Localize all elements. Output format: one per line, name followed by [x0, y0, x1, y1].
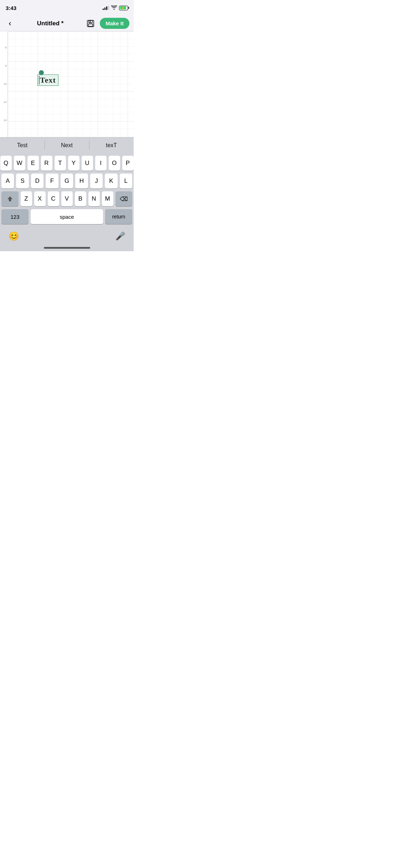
- keyboard-row-2: A S D F G H J K L: [1, 174, 132, 188]
- key-e[interactable]: E: [27, 156, 39, 171]
- battery-icon: ⚡: [119, 6, 128, 10]
- shift-icon: [7, 196, 13, 202]
- keyboard-row-4: 123 space return: [1, 209, 132, 224]
- key-return[interactable]: return: [105, 209, 132, 224]
- nav-actions: Make It: [85, 18, 129, 29]
- canvas-text-display: Text: [40, 76, 56, 84]
- key-k[interactable]: K: [105, 174, 117, 188]
- key-n[interactable]: N: [88, 191, 100, 206]
- key-g[interactable]: G: [61, 174, 73, 188]
- svg-marker-4: [7, 196, 12, 201]
- nav-bar: ‹ Untitled * Make It: [0, 16, 134, 31]
- key-z[interactable]: Z: [21, 191, 32, 206]
- key-j[interactable]: J: [90, 174, 103, 188]
- autocomplete-item-2[interactable]: Next: [45, 138, 89, 153]
- key-w[interactable]: W: [14, 156, 25, 171]
- key-m[interactable]: M: [102, 191, 113, 206]
- home-indicator: [44, 247, 90, 249]
- key-a[interactable]: A: [1, 174, 14, 188]
- keyboard-row-1: Q W E R T Y U I O P: [1, 156, 132, 171]
- key-v[interactable]: V: [61, 191, 73, 206]
- key-t[interactable]: T: [55, 156, 66, 171]
- key-q[interactable]: Q: [0, 156, 12, 171]
- key-numbers[interactable]: 123: [1, 209, 29, 224]
- emoji-button[interactable]: 😊: [9, 231, 19, 241]
- key-delete[interactable]: ⌫: [115, 191, 133, 206]
- key-s[interactable]: S: [16, 174, 29, 188]
- autocomplete-item-3[interactable]: texT: [89, 138, 134, 153]
- svg-rect-2: [88, 24, 93, 26]
- svg-rect-3: [90, 21, 91, 22]
- microphone-button[interactable]: 🎤: [115, 232, 125, 241]
- status-bar: 3:43 ⚡: [0, 0, 134, 16]
- wifi-icon: [111, 5, 117, 11]
- text-box[interactable]: Text: [37, 74, 58, 86]
- autocomplete-bar: Test Next texT: [0, 137, 134, 153]
- status-icons: ⚡: [103, 5, 128, 11]
- key-space[interactable]: space: [31, 209, 103, 224]
- page-title: Untitled *: [37, 20, 64, 27]
- ruler-mark-10: 10: [0, 83, 7, 86]
- key-b[interactable]: B: [75, 191, 86, 206]
- key-h[interactable]: H: [75, 174, 88, 188]
- ruler-mark-8: 8: [0, 64, 7, 67]
- home-indicator-bar: [0, 244, 134, 251]
- back-button[interactable]: ‹: [4, 18, 16, 29]
- key-i[interactable]: I: [95, 156, 107, 171]
- ruler-mark-6: 6: [0, 46, 7, 49]
- key-p[interactable]: P: [122, 156, 134, 171]
- canvas-text-element[interactable]: Text: [37, 70, 58, 86]
- ruler-mark-14: 14: [0, 119, 7, 122]
- save-button[interactable]: [85, 18, 96, 29]
- make-it-button[interactable]: Make It: [100, 18, 129, 29]
- back-arrow-icon: ‹: [9, 19, 11, 28]
- key-d[interactable]: D: [31, 174, 43, 188]
- key-shift[interactable]: [1, 191, 19, 206]
- ruler-mark-12: 12: [0, 101, 7, 104]
- key-o[interactable]: O: [109, 156, 120, 171]
- key-u[interactable]: U: [82, 156, 93, 171]
- ruler-left: 6 8 10 12 14: [0, 31, 8, 137]
- design-grid: [8, 31, 134, 137]
- keyboard: Q W E R T Y U I O P A S D F G H J K L Z …: [0, 153, 134, 228]
- key-l[interactable]: L: [120, 174, 132, 188]
- keyboard-row-3: Z X C V B N M ⌫: [1, 191, 132, 206]
- autocomplete-item-1[interactable]: Test: [0, 138, 45, 153]
- key-f[interactable]: F: [46, 174, 58, 188]
- bottom-bar: 😊 🎤: [0, 228, 134, 244]
- key-x[interactable]: X: [34, 191, 46, 206]
- status-time: 3:43: [6, 5, 16, 11]
- save-icon: [87, 20, 94, 27]
- text-cursor-line: [39, 76, 40, 84]
- key-y[interactable]: Y: [68, 156, 79, 171]
- key-r[interactable]: R: [41, 156, 52, 171]
- canvas-area[interactable]: 6 8 10 12 14 Text: [0, 31, 134, 137]
- key-c[interactable]: C: [48, 191, 59, 206]
- signal-icon: [103, 6, 109, 10]
